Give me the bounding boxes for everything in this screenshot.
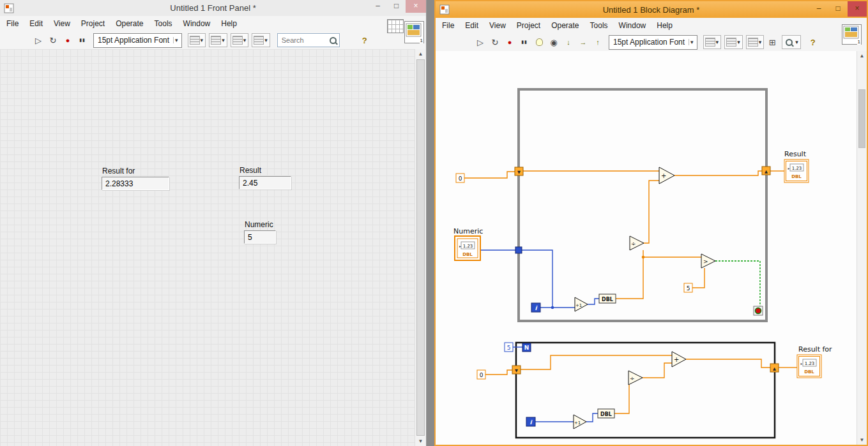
- font-selector[interactable]: 15pt Application Font ▾: [609, 35, 697, 50]
- wire-compare-to-stop[interactable]: [715, 261, 760, 306]
- fp-menu-project[interactable]: Project: [81, 19, 105, 28]
- step-out-button[interactable]: ↑: [591, 35, 604, 49]
- result-for-indicator[interactable]: 2.28333: [102, 177, 169, 190]
- maximize-button[interactable]: □: [828, 1, 848, 17]
- wire-limit-to-compare[interactable]: [692, 268, 704, 288]
- while-loop-border[interactable]: [519, 89, 766, 321]
- chevron-down-icon: ▾: [221, 37, 225, 43]
- block-diagram-menubar: File Edit View Project Operate Tools Win…: [436, 18, 867, 33]
- fp-menu-help[interactable]: Help: [221, 19, 237, 28]
- font-selector[interactable]: 15pt Application Font ▾: [93, 33, 182, 48]
- help-button[interactable]: ?: [807, 35, 819, 49]
- retain-wire-values-button[interactable]: ◉: [547, 35, 560, 49]
- distribute-objects-button[interactable]: ▾: [209, 33, 227, 47]
- labview-app-icon: [439, 4, 450, 15]
- scrollbar-thumb[interactable]: [416, 59, 425, 436]
- abort-button[interactable]: ●: [503, 35, 516, 49]
- wire-dbl-to-divide[interactable]: [614, 385, 629, 413]
- close-button[interactable]: ×: [848, 1, 867, 17]
- bd-menu-window[interactable]: Window: [619, 21, 646, 30]
- align-objects-button[interactable]: ▾: [188, 33, 206, 47]
- numeric-terminal-label: Numeric: [453, 227, 483, 235]
- maximize-button[interactable]: □: [387, 0, 406, 13]
- wire-dbl-to-divide[interactable]: [616, 250, 643, 299]
- numeric-control[interactable]: 5: [244, 230, 276, 244]
- terminal-arrow-icon: ▸: [801, 361, 803, 366]
- vi-icon[interactable]: 1: [842, 24, 862, 45]
- bd-menu-edit[interactable]: Edit: [465, 21, 478, 30]
- wire-increment-to-dbl[interactable]: [588, 299, 599, 304]
- scroll-up-icon[interactable]: ▲: [860, 51, 865, 61]
- font-selector-value: 15pt Application Font: [613, 38, 685, 47]
- fp-menu-tools[interactable]: Tools: [155, 19, 172, 28]
- minimize-button[interactable]: –: [369, 0, 387, 13]
- help-button[interactable]: ?: [358, 33, 371, 47]
- wire-add-to-shift[interactable]: [674, 171, 762, 175]
- fp-menu-file[interactable]: File: [6, 19, 19, 28]
- front-panel-vscrollbar[interactable]: ▲ ▼: [415, 49, 426, 446]
- bd-menu-file[interactable]: File: [442, 21, 454, 30]
- wire-numeric-feed[interactable]: [480, 250, 552, 308]
- reorder-button[interactable]: ▾: [252, 33, 270, 47]
- bd-menu-view[interactable]: View: [489, 21, 506, 30]
- front-panel-title: Untitled 1 Front Panel *: [0, 3, 426, 13]
- wire-init-to-shift[interactable]: [464, 172, 515, 178]
- run-continuously-button[interactable]: ↻: [489, 35, 501, 49]
- block-diagram-canvas[interactable]: ▼ ▲ 0 5 + ÷ > +1 DBL i Numeric ▸ 1.23 DB…: [436, 51, 857, 445]
- pause-button[interactable]: ▮▮: [76, 33, 89, 47]
- front-panel-canvas[interactable]: Result for 2.28333 Result 2.45 Numeric 5: [0, 49, 415, 446]
- result-indicator[interactable]: 2.45: [239, 176, 291, 190]
- bd-menu-help[interactable]: Help: [657, 21, 673, 30]
- search-input[interactable]: [280, 36, 330, 45]
- stop-condition-icon: [756, 308, 761, 314]
- wire-junction-dot[interactable]: [551, 306, 554, 309]
- vi-icon[interactable]: 1: [404, 21, 424, 43]
- wire-divide-to-add[interactable]: [644, 181, 659, 243]
- run-button[interactable]: ▷: [32, 33, 45, 47]
- wire-divide-to-add[interactable]: [643, 363, 672, 378]
- font-selector-value: 15pt Application Font: [98, 36, 169, 45]
- result-for-label: Result for: [102, 167, 135, 175]
- fp-menu-view[interactable]: View: [54, 19, 70, 28]
- run-button[interactable]: ▷: [474, 35, 487, 49]
- bd-menu-project[interactable]: Project: [517, 21, 540, 30]
- wire-increment-to-dbl[interactable]: [586, 413, 598, 422]
- chevron-down-icon: ▾: [689, 39, 695, 45]
- close-button[interactable]: ×: [406, 0, 426, 13]
- minimize-button[interactable]: –: [809, 1, 828, 17]
- reorder-button[interactable]: ▾: [746, 35, 765, 49]
- wire-add-to-shift[interactable]: [686, 359, 770, 368]
- fp-menu-edit[interactable]: Edit: [29, 19, 43, 28]
- for-loop-border[interactable]: [516, 343, 775, 438]
- pause-button[interactable]: ▮▮: [518, 35, 531, 49]
- highlight-execution-button[interactable]: [533, 35, 545, 49]
- run-continuously-button[interactable]: ↻: [47, 33, 59, 47]
- loop-tunnel[interactable]: [515, 247, 522, 253]
- front-panel-titlebar[interactable]: Untitled 1 Front Panel * – □ ×: [0, 0, 426, 16]
- cleanup-diagram-button[interactable]: ⊞: [766, 35, 779, 49]
- numeric-terminal-value: 1.23: [463, 244, 473, 249]
- distribute-objects-button[interactable]: ▾: [724, 35, 743, 49]
- result-for-terminal-type: DBL: [804, 369, 814, 375]
- scroll-down-icon[interactable]: ▼: [860, 435, 865, 445]
- block-diagram-vscrollbar[interactable]: ▲ ▼: [857, 51, 867, 445]
- step-over-button[interactable]: →: [577, 35, 590, 49]
- bd-menu-operate[interactable]: Operate: [551, 21, 579, 30]
- fp-menu-window[interactable]: Window: [183, 19, 211, 28]
- wire-shift-to-add[interactable]: [521, 355, 672, 369]
- wire-junction-dot[interactable]: [642, 256, 645, 259]
- align-objects-button[interactable]: ▾: [703, 35, 722, 49]
- block-diagram-titlebar[interactable]: Untitled 1 Block Diagram * – □ ×: [436, 1, 867, 18]
- wire-init-to-shift[interactable]: [485, 370, 512, 375]
- connector-pane-icon[interactable]: [387, 19, 404, 33]
- block-diagram-title: Untitled 1 Block Diagram *: [436, 5, 867, 15]
- abort-button[interactable]: ●: [61, 33, 74, 47]
- step-into-button[interactable]: ↓: [562, 35, 575, 49]
- scroll-up-icon[interactable]: ▲: [418, 49, 423, 59]
- bd-menu-tools[interactable]: Tools: [590, 21, 608, 30]
- scrollbar-thumb[interactable]: [858, 89, 865, 148]
- scroll-down-icon[interactable]: ▼: [418, 436, 423, 446]
- resize-objects-button[interactable]: ▾: [231, 33, 249, 47]
- fp-menu-operate[interactable]: Operate: [116, 19, 143, 28]
- zoom-button[interactable]: ▾: [782, 35, 801, 49]
